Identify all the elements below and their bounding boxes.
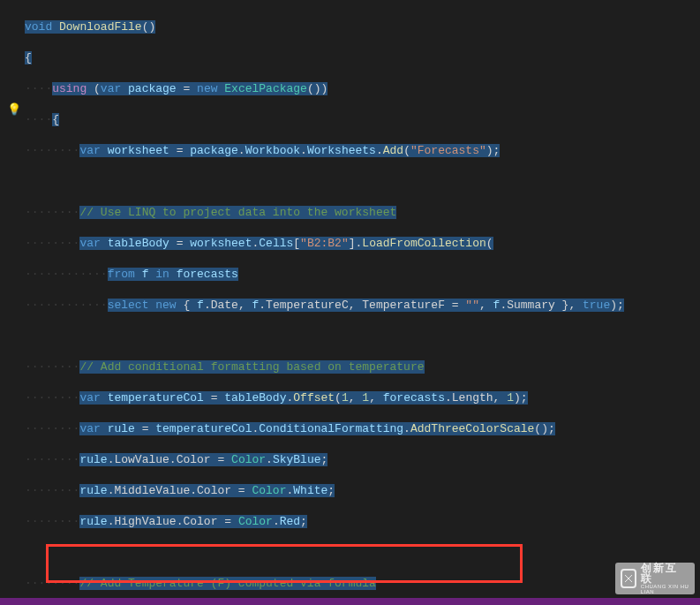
watermark-text-en: CHUANG XIN HU LIAN xyxy=(641,584,689,594)
code-line: void DownloadFile() xyxy=(25,19,700,35)
code-line: { xyxy=(25,50,700,66)
code-line: ········var tableBody = worksheet.Cells[… xyxy=(25,236,700,252)
watermark-badge: 创新互联 CHUANG XIN HU LIAN xyxy=(615,563,695,594)
code-line: ········// Add conditional formatting ba… xyxy=(25,359,700,375)
code-line: ····using (var package = new ExcelPackag… xyxy=(25,81,700,97)
code-line: ········// Use LINQ to project data into… xyxy=(25,205,700,221)
code-line: ····{ xyxy=(25,112,700,128)
code-line: ········var rule = temperatureCol.Condit… xyxy=(25,421,700,437)
code-line: ············from f in forecasts xyxy=(25,267,700,283)
status-bar xyxy=(0,598,700,605)
lightbulb-icon[interactable]: 💡 xyxy=(7,102,21,118)
watermark-logo-icon xyxy=(621,569,636,588)
watermark-text-zh: 创新互联 xyxy=(641,563,689,584)
code-line: ········rule.HighValue.Color = Color.Red… xyxy=(25,514,700,530)
code-line: ············select new { f.Date, f.Tempe… xyxy=(25,298,700,314)
code-line: ········var worksheet = package.Workbook… xyxy=(25,143,700,159)
code-line: ········rule.LowValue.Color = Color.SkyB… xyxy=(25,452,700,468)
code-line: ········// Add Temperature (F) computed … xyxy=(25,576,700,592)
code-line: ········var temperatureCol = tableBody.O… xyxy=(25,390,700,406)
code-editor[interactable]: void DownloadFile() { ····using (var pac… xyxy=(0,0,700,605)
code-line: ········rule.MiddleValue.Color = Color.W… xyxy=(25,483,700,499)
